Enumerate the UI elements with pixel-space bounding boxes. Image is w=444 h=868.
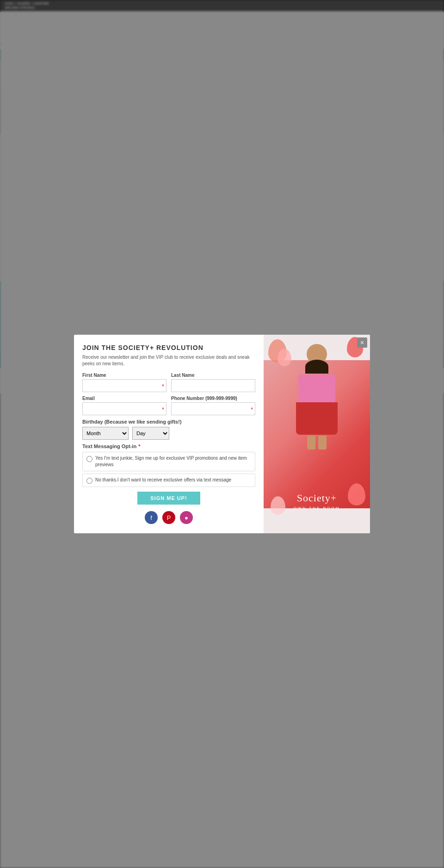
balloon-5: [271, 496, 285, 515]
birthday-row: Month JanuaryFebruaryMarch AprilMayJune …: [82, 427, 255, 440]
modal-form-area: JOIN THE SOCIETY+ REVOLUTION Receive our…: [74, 335, 264, 533]
email-label: Email: [82, 396, 166, 401]
modal-close-button[interactable]: ×: [357, 337, 367, 348]
modal-image-area: Society+ OWN THE ROOM: [264, 335, 370, 533]
email-group: Email *: [82, 396, 166, 415]
balloon-4: [348, 483, 365, 506]
text-optin-required: *: [138, 443, 140, 449]
phone-label: Phone Number (999-999-9999): [171, 396, 255, 401]
brand-name: Society+: [294, 492, 340, 504]
person-figure: [289, 344, 345, 455]
signup-modal: × JOIN THE SOCIETY+ REVOLUTION Receive o…: [74, 335, 370, 533]
brand-text-block: Society+ OWN THE ROOM: [294, 492, 340, 510]
month-select[interactable]: Month JanuaryFebruaryMarch AprilMayJune …: [82, 427, 129, 440]
text-optin-section: Text Messaging Opt-in *: [82, 443, 255, 449]
first-name-label: First Name: [82, 373, 166, 378]
email-phone-row: Email * Phone Number (999-999-9999) *: [82, 396, 255, 415]
modal-overlay[interactable]: JOIN + SHARE + INSPIRE 365,908 STRONG × …: [0, 0, 444, 868]
phone-input[interactable]: [171, 402, 255, 415]
first-name-group: First Name *: [82, 373, 166, 392]
brand-image: Society+ OWN THE ROOM: [264, 360, 370, 508]
top-bar-members: 365,908 STRONG: [5, 6, 49, 10]
name-row: First Name * Last Name: [82, 373, 255, 392]
phone-group: Phone Number (999-999-9999) *: [171, 396, 255, 415]
birthday-section: Birthday (Because we like sending gifts!…: [82, 419, 255, 440]
brand-tagline: OWN THE ROOM: [294, 506, 340, 510]
email-input[interactable]: [82, 402, 166, 415]
instagram-icon[interactable]: ●: [180, 511, 193, 524]
facebook-icon[interactable]: f: [145, 511, 158, 524]
phone-required: *: [251, 406, 253, 413]
modal-description: Receive our newsletter and join the VIP …: [82, 354, 255, 367]
modal-title: JOIN THE SOCIETY+ REVOLUTION: [82, 344, 255, 351]
opt-yes-option[interactable]: Yes I'm text junkie, Sign me up for excl…: [82, 452, 255, 471]
opt-yes-label: Yes I'm text junkie, Sign me up for excl…: [95, 455, 251, 468]
opt-yes-radio[interactable]: [86, 456, 92, 462]
opt-no-radio[interactable]: [86, 478, 92, 484]
last-name-input[interactable]: [171, 379, 255, 392]
text-optin-label: Text Messaging Opt-in: [82, 443, 136, 449]
first-name-required: *: [162, 383, 164, 390]
last-name-label: Last Name: [171, 373, 255, 378]
email-required: *: [162, 406, 164, 413]
first-name-input[interactable]: [82, 379, 166, 392]
birthday-label: Birthday (Because we like sending gifts!…: [82, 419, 255, 425]
opt-no-option[interactable]: No thanks.I don't want to receive exclus…: [82, 474, 255, 487]
sign-up-button[interactable]: SIGN ME UP!: [137, 492, 200, 505]
brand-plus: +: [331, 492, 337, 504]
top-bar-join: JOIN + SHARE + INSPIRE: [5, 1, 49, 6]
day-select[interactable]: Day 12345 678910 1112131415 1617181920 2…: [132, 427, 169, 440]
last-name-group: Last Name: [171, 373, 255, 392]
modal-social-row: f P ●: [82, 511, 255, 524]
opt-no-label: No thanks.I don't want to receive exclus…: [95, 477, 231, 483]
pinterest-icon[interactable]: P: [162, 511, 175, 524]
